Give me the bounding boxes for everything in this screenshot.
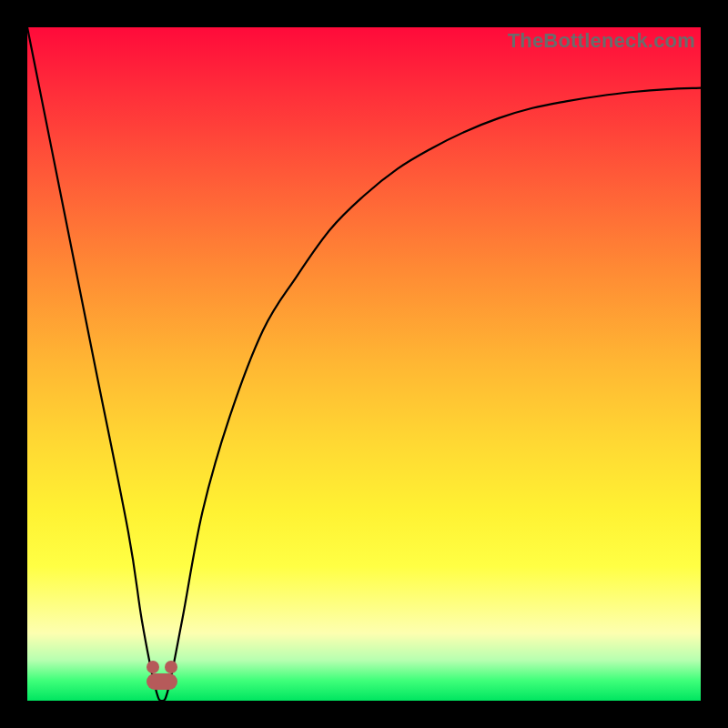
chart-frame: TheBottleneck.com (0, 0, 728, 728)
curve-path (27, 27, 701, 701)
marker-base-icon (147, 673, 177, 690)
minimum-marker (147, 659, 177, 690)
marker-dot-icon (147, 661, 159, 673)
chart-plot-area: TheBottleneck.com (27, 27, 701, 701)
marker-dot-icon (165, 661, 177, 673)
bottleneck-curve (27, 27, 701, 701)
